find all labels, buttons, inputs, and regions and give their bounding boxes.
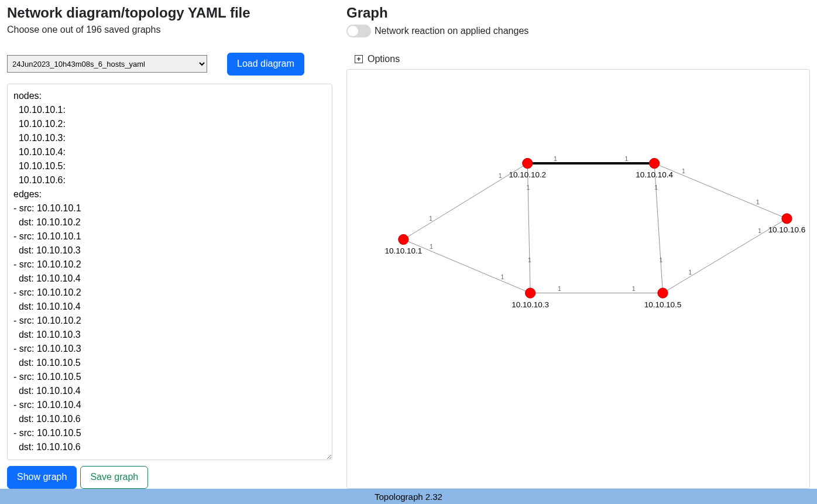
graph-node[interactable] bbox=[525, 288, 535, 298]
edge-weight-label: 1 bbox=[528, 256, 531, 263]
graph-node-label: 10.10.10.5 bbox=[644, 300, 682, 309]
graph-node[interactable] bbox=[399, 234, 408, 244]
edge-weight-label: 1 bbox=[756, 198, 760, 205]
graph-node-label: 10.10.10.6 bbox=[768, 226, 806, 235]
graph-panel-title: Graph bbox=[346, 5, 810, 21]
edge-weight-label: 1 bbox=[688, 269, 692, 276]
graph-edge[interactable] bbox=[654, 163, 787, 218]
footer-bar: Topolograph 2.32 bbox=[0, 489, 817, 504]
edge-weight-label: 1 bbox=[632, 285, 636, 292]
graph-canvas[interactable]: 111111111111111110.10.10.110.10.10.210.1… bbox=[346, 69, 810, 489]
graph-node-label: 10.10.10.1 bbox=[385, 246, 423, 255]
network-reaction-toggle[interactable] bbox=[346, 25, 371, 37]
graph-edge[interactable] bbox=[527, 163, 530, 293]
edge-weight-label: 1 bbox=[430, 243, 433, 250]
edge-weight-label: 1 bbox=[659, 256, 662, 263]
save-graph-button[interactable]: Save graph bbox=[80, 466, 148, 489]
edge-weight-label: 1 bbox=[554, 155, 557, 162]
show-graph-button[interactable]: Show graph bbox=[7, 466, 77, 489]
graph-node-label: 10.10.10.3 bbox=[512, 300, 549, 309]
edge-weight-label: 1 bbox=[654, 184, 658, 191]
left-panel-title: Network diagram/topology YAML file bbox=[7, 5, 332, 21]
edge-weight-label: 1 bbox=[499, 172, 502, 179]
saved-graph-select[interactable]: 24Jun2023_10h43m08s_6_hosts_yaml bbox=[7, 55, 207, 73]
graph-node[interactable] bbox=[523, 158, 533, 168]
graph-edge[interactable] bbox=[403, 239, 530, 293]
graph-edge[interactable] bbox=[654, 163, 662, 293]
plus-icon: + bbox=[355, 55, 363, 63]
options-label: Options bbox=[368, 54, 400, 64]
yaml-textarea[interactable] bbox=[7, 84, 332, 460]
graph-node[interactable] bbox=[649, 158, 659, 168]
edge-weight-label: 1 bbox=[526, 184, 530, 191]
edge-weight-label: 1 bbox=[558, 285, 561, 292]
edge-weight-label: 1 bbox=[500, 273, 504, 280]
edge-weight-label: 1 bbox=[682, 167, 685, 174]
graph-node[interactable] bbox=[782, 214, 792, 224]
edge-weight-label: 1 bbox=[624, 155, 628, 162]
edge-weight-label: 1 bbox=[758, 227, 761, 234]
network-reaction-label: Network reaction on applied changes bbox=[375, 26, 528, 36]
load-diagram-button[interactable]: Load diagram bbox=[227, 53, 304, 76]
footer-text: Topolograph 2.32 bbox=[375, 492, 442, 502]
saved-graph-subtitle: Choose one out of 196 saved graphs bbox=[7, 25, 332, 35]
graph-node-label: 10.10.10.4 bbox=[636, 170, 673, 179]
options-expander[interactable]: + Options bbox=[355, 54, 810, 64]
edge-weight-label: 1 bbox=[429, 215, 432, 222]
graph-node[interactable] bbox=[658, 288, 668, 298]
graph-node-label: 10.10.10.2 bbox=[509, 170, 546, 179]
